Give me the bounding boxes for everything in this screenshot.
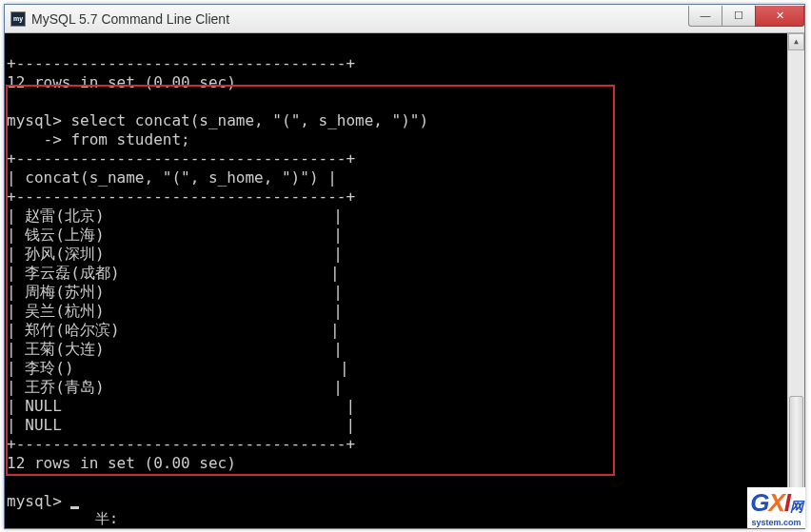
vertical-scrollbar[interactable]: ▲ ▼ <box>787 33 804 528</box>
cursor <box>70 506 79 509</box>
table-row: | 周梅(苏州) | <box>7 283 343 301</box>
table-separator: +------------------------------------+ <box>7 435 355 453</box>
maximize-button[interactable]: ☐ <box>722 6 756 27</box>
sql-query-line2: from student; <box>70 130 189 148</box>
sql-query-line1: select concat(s_name, "(", s_home, ")") <box>70 111 428 129</box>
table-row: | NULL | <box>7 416 355 434</box>
scroll-up-button[interactable]: ▲ <box>788 33 804 50</box>
ime-status: 半: <box>95 510 118 528</box>
window-controls: — ☐ ✕ <box>689 6 804 27</box>
separator-line: +------------------------------------+ <box>7 54 355 72</box>
table-row: | 李玲() | <box>7 359 349 377</box>
app-window: my MySQL 5.7 Command Line Client — ☐ ✕ +… <box>4 4 805 529</box>
prompt: mysql> <box>7 111 70 129</box>
table-separator: +------------------------------------+ <box>7 187 355 206</box>
result-summary: 12 rows in set (0.00 sec) <box>7 454 236 472</box>
result-summary: 12 rows in set (0.00 sec) <box>7 73 236 91</box>
close-button[interactable]: ✕ <box>755 6 804 27</box>
table-row: | 王菊(大连) | <box>7 340 343 358</box>
table-header: | concat(s_name, "(", s_home, ")") | <box>7 168 337 187</box>
watermark: GXI网 system.com <box>747 487 805 528</box>
table-row: | 吴兰(杭州) | <box>7 302 343 320</box>
continuation-prompt: -> <box>7 130 70 148</box>
titlebar[interactable]: my MySQL 5.7 Command Line Client — ☐ ✕ <box>5 5 804 33</box>
table-row: | 李云磊(成都) | <box>7 264 340 282</box>
close-icon: ✕ <box>776 10 784 22</box>
terminal-output[interactable]: +------------------------------------+ 1… <box>5 33 804 528</box>
table-row: | NULL | <box>7 397 355 415</box>
prompt: mysql> <box>7 492 70 510</box>
minimize-button[interactable]: — <box>688 6 722 27</box>
minimize-icon: — <box>701 10 711 21</box>
scrollbar-track[interactable] <box>788 50 804 511</box>
table-row: | 赵雷(北京) | <box>7 207 343 225</box>
table-separator: +------------------------------------+ <box>7 149 355 167</box>
table-row: | 王乔(青岛) | <box>7 378 343 396</box>
table-row: | 钱云(上海) | <box>7 226 343 244</box>
app-icon: my <box>10 11 26 27</box>
window-title: MySQL 5.7 Command Line Client <box>31 11 689 27</box>
table-row: | 孙风(深圳) | <box>7 245 343 263</box>
table-row: | 郑竹(哈尔滨) | <box>7 321 340 339</box>
maximize-icon: ☐ <box>734 10 743 22</box>
